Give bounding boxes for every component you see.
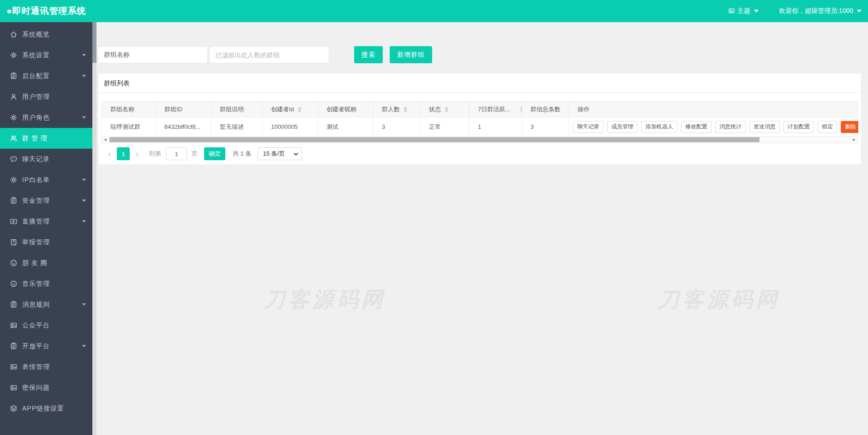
- user-menu[interactable]: 欢迎你，超级管理员:1000: [779, 7, 862, 15]
- add-group-button[interactable]: 新增群组: [390, 46, 432, 63]
- action-button-6[interactable]: 计划配置: [784, 121, 814, 133]
- report-icon: [9, 238, 18, 247]
- column-header-2: 群组说明: [211, 102, 263, 117]
- panel-title: 群组列表: [98, 73, 861, 93]
- action-button-1[interactable]: 成员管理: [607, 121, 638, 133]
- column-header-3[interactable]: 创建者Id: [263, 102, 318, 117]
- sidebar-item-label: 消息规则: [22, 301, 82, 309]
- sidebar-item-label: 系统设置: [22, 51, 82, 60]
- sidebar-item-4[interactable]: 用户角色: [0, 107, 92, 128]
- sidebar-item-17[interactable]: 密保问题: [0, 377, 92, 398]
- sidebar-item-5[interactable]: 群 管 理: [0, 128, 92, 149]
- chevron-down-icon: [82, 116, 86, 119]
- sidebar-item-label: 群 管 理: [22, 134, 86, 143]
- page-size-value: 15 条/页: [263, 150, 285, 158]
- topbar-right: 主题 欢迎你，超级管理员:1000: [728, 7, 862, 15]
- sidebar-item-12[interactable]: 音乐管理: [0, 273, 92, 294]
- scrollbar-track[interactable]: [108, 137, 851, 143]
- column-header-label: 群组名称: [110, 105, 134, 114]
- scroll-right-icon[interactable]: ►: [851, 137, 857, 143]
- sort-icon[interactable]: [404, 107, 407, 112]
- theme-label: 主题: [737, 7, 750, 15]
- action-button-3[interactable]: 修改配置: [681, 121, 711, 133]
- sort-icon[interactable]: [445, 107, 448, 112]
- column-header-4: 创建者昵称: [318, 102, 374, 117]
- sidebar-item-16[interactable]: 表情管理: [0, 356, 92, 377]
- table-cell-5: 3: [374, 117, 421, 137]
- sidebar-item-7[interactable]: IP白名单: [0, 169, 92, 190]
- chevron-down-icon: [82, 54, 86, 56]
- action-button-5[interactable]: 发送消息: [749, 121, 780, 133]
- search-toolbar: 搜索 新增群组: [98, 46, 432, 63]
- page-number-button[interactable]: 1: [117, 147, 130, 160]
- column-header-6[interactable]: 状态: [421, 102, 470, 117]
- sidebar-item-15[interactable]: 开放平台: [0, 336, 92, 356]
- sidebar-item-18[interactable]: APP链接设置: [0, 398, 92, 419]
- page-size-select[interactable]: 15 条/页: [258, 147, 302, 160]
- prev-page-button[interactable]: ‹: [104, 149, 115, 159]
- sidebar-item-11[interactable]: 朋 友 圈: [0, 253, 92, 273]
- action-button-2[interactable]: 添加机器人: [641, 121, 677, 133]
- top-bar: ●即时通讯管理系统 主题 欢迎你，超级管理员:1000: [0, 0, 868, 22]
- sidebar-item-2[interactable]: 后台配置: [0, 66, 92, 86]
- column-header-9: 操作: [569, 102, 858, 117]
- column-header-5[interactable]: 群人数: [374, 102, 421, 117]
- column-header-label: 7日群活跃...: [478, 105, 510, 114]
- member-filter-input[interactable]: [209, 46, 329, 63]
- clipboard-icon: [9, 301, 18, 309]
- sidebar-scrollbar[interactable]: [92, 22, 96, 435]
- action-button-8[interactable]: 删除: [841, 121, 858, 133]
- home-icon: [9, 30, 18, 39]
- theme-menu[interactable]: 主题: [728, 7, 759, 15]
- sidebar-item-9[interactable]: 直播管理: [0, 211, 92, 232]
- table-cell-3: 10000005: [263, 117, 318, 137]
- goto-page-input[interactable]: [166, 147, 187, 160]
- next-page-button[interactable]: ›: [132, 149, 143, 159]
- table-row: 哇呼测试群6432bff0cf8...暂无描述10000005测试3正常13聊天…: [102, 117, 857, 137]
- users-icon: [9, 134, 18, 143]
- theme-icon: [728, 8, 735, 14]
- chevron-down-icon: [82, 345, 86, 347]
- sidebar-item-1[interactable]: 系统设置: [0, 45, 92, 66]
- sidebar-item-label: 直播管理: [22, 218, 82, 226]
- confirm-button[interactable]: 确定: [204, 147, 225, 160]
- table-horizontal-scrollbar[interactable]: ◄ ►: [102, 137, 858, 143]
- action-button-4[interactable]: 消息统计: [715, 121, 746, 133]
- column-header-label: 创建者Id: [271, 105, 294, 114]
- chevron-down-icon: [82, 303, 86, 306]
- sidebar-item-0[interactable]: 系统概览: [0, 24, 92, 45]
- column-header-0: 群组名称: [102, 102, 156, 117]
- scrollbar-thumb[interactable]: [109, 137, 760, 142]
- sidebar-item-label: 密保问题: [22, 384, 86, 392]
- watermark: 刀客源码网: [264, 285, 386, 314]
- action-button-7[interactable]: 锁定: [818, 121, 837, 133]
- table-cell-6: 正常: [421, 117, 470, 137]
- gear-icon: [9, 114, 18, 122]
- scroll-left-icon[interactable]: ◄: [102, 137, 108, 143]
- sidebar-item-8[interactable]: 资金管理: [0, 190, 92, 211]
- chevron-down-icon: [82, 179, 86, 181]
- sidebar-item-13[interactable]: 消息规则: [0, 294, 92, 315]
- group-table: 群组名称群组ID群组说明创建者Id创建者昵称群人数状态7日群活跃...群信息条数…: [102, 101, 858, 137]
- sidebar-item-14[interactable]: 公众平台: [0, 315, 92, 336]
- sort-icon[interactable]: [298, 107, 301, 112]
- welcome-text: 欢迎你，超级管理员:1000: [779, 7, 853, 15]
- image-icon: [9, 321, 18, 330]
- sidebar-item-3[interactable]: 用户管理: [0, 86, 92, 107]
- sidebar-item-6[interactable]: 聊天记录: [0, 149, 92, 169]
- sidebar-item-label: 用户管理: [22, 93, 86, 101]
- action-button-0[interactable]: 聊天记录: [573, 121, 603, 133]
- column-header-1: 群组ID: [156, 102, 211, 117]
- sidebar-scrollbar-thumb[interactable]: [92, 22, 96, 63]
- chat-icon: [9, 155, 18, 163]
- sidebar-item-10[interactable]: 举报管理: [0, 232, 92, 253]
- group-list-panel: 群组列表 群组名称群组ID群组说明创建者Id创建者昵称群人数状态7日群活跃...…: [98, 73, 862, 165]
- clipboard-icon: [9, 197, 18, 205]
- column-header-8: 群信息条数: [522, 102, 569, 117]
- table-cell-2: 暂无描述: [211, 117, 263, 137]
- search-button[interactable]: 搜索: [354, 46, 383, 63]
- image-icon: [9, 384, 18, 392]
- column-header-7[interactable]: 7日群活跃...: [470, 102, 522, 117]
- group-name-input[interactable]: [98, 46, 208, 63]
- column-header-label: 群信息条数: [530, 105, 561, 114]
